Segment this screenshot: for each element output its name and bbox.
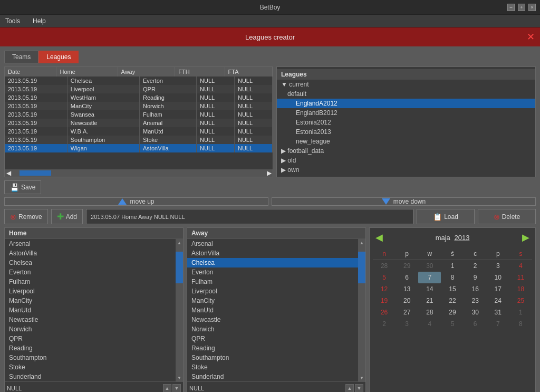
- list-item[interactable]: Everton: [5, 267, 176, 277]
- list-item[interactable]: Fulham: [5, 277, 176, 286]
- table-row[interactable]: 2013.05.19NewcastleArsenalNULLNULL: [5, 119, 273, 127]
- remove-button[interactable]: ⊗ Remove: [4, 209, 48, 224]
- cal-day[interactable]: 26: [373, 307, 396, 318]
- cal-day[interactable]: 17: [487, 283, 509, 295]
- table-row[interactable]: 2013.05.19LiverpoolQPRNULLNULL: [5, 85, 273, 93]
- cal-day[interactable]: 28: [373, 260, 396, 272]
- cal-day[interactable]: 2: [373, 318, 396, 330]
- list-item[interactable]: QPR: [187, 334, 358, 343]
- cal-day[interactable]: 30: [418, 260, 441, 272]
- away-footer-arrow-up[interactable]: ▲: [345, 384, 354, 393]
- away-list-items[interactable]: ArsenalAstonVillaChelseaEvertonFulhamLiv…: [187, 239, 358, 381]
- list-item[interactable]: Stoke: [187, 362, 358, 372]
- home-list-items[interactable]: ArsenalAstonVillaChelseaEvertonFulhamLiv…: [5, 239, 176, 381]
- cal-day[interactable]: 30: [464, 307, 487, 318]
- maximize-button[interactable]: +: [518, 4, 525, 11]
- move-down-button[interactable]: move down: [272, 197, 536, 206]
- tree-item[interactable]: ▶ old: [277, 156, 535, 165]
- table-row[interactable]: 2013.05.19ManCityNorwichNULLNULL: [5, 102, 273, 110]
- away-scroll-down[interactable]: ▼: [358, 374, 365, 381]
- cal-day[interactable]: 29: [396, 260, 418, 272]
- cal-day[interactable]: 24: [487, 295, 509, 307]
- calendar-prev-button[interactable]: ◀: [373, 231, 385, 244]
- cal-day[interactable]: 27: [396, 307, 418, 318]
- scroll-left-btn[interactable]: ◀: [5, 169, 12, 177]
- list-item[interactable]: Fulham: [187, 277, 358, 286]
- tab-leagues[interactable]: Leagues: [38, 51, 79, 63]
- cal-day[interactable]: 2: [464, 260, 487, 272]
- tree-item[interactable]: ▶ own: [277, 165, 535, 175]
- table-scroll[interactable]: 2013.05.19ChelseaEvertonNULLNULL2013.05.…: [5, 77, 273, 169]
- cal-day[interactable]: 15: [441, 283, 464, 295]
- tree-item[interactable]: Estonia2013: [277, 127, 535, 137]
- list-item[interactable]: Southampton: [187, 353, 358, 362]
- cal-day[interactable]: 7: [418, 272, 441, 283]
- cal-day[interactable]: 22: [441, 295, 464, 307]
- save-button[interactable]: 💾 Save: [4, 180, 41, 194]
- list-item[interactable]: AstonVilla: [5, 248, 176, 258]
- cal-day[interactable]: 12: [373, 283, 396, 295]
- load-button[interactable]: 📋 Load: [417, 209, 475, 224]
- add-button[interactable]: ✚ Add: [51, 209, 83, 224]
- leagues-close-icon[interactable]: ✕: [527, 31, 535, 43]
- table-row[interactable]: 2013.05.19WestHamReadingNULLNULL: [5, 93, 273, 102]
- list-item[interactable]: Stoke: [5, 362, 176, 372]
- cal-day[interactable]: 4: [418, 318, 441, 330]
- away-footer-arrow-down[interactable]: ▼: [355, 384, 363, 393]
- table-row[interactable]: 2013.05.19ChelseaEvertonNULLNULL: [5, 77, 273, 85]
- list-item[interactable]: Southampton: [5, 353, 176, 362]
- cal-day[interactable]: 1: [509, 307, 532, 318]
- tree-item[interactable]: EnglandA2012: [277, 99, 535, 108]
- menu-help[interactable]: Help: [31, 16, 48, 26]
- cal-day[interactable]: 5: [441, 318, 464, 330]
- list-item[interactable]: Sunderland: [5, 372, 176, 381]
- list-item[interactable]: Sunderland: [187, 372, 358, 381]
- cal-day[interactable]: 6: [396, 272, 418, 283]
- tree-item[interactable]: ▶ football_data: [277, 146, 535, 156]
- cal-day[interactable]: 31: [487, 307, 509, 318]
- cal-day[interactable]: 3: [487, 260, 509, 272]
- scroll-right-btn[interactable]: ▶: [265, 169, 273, 177]
- cal-day[interactable]: 23: [464, 295, 487, 307]
- home-footer-arrow-up[interactable]: ▲: [163, 384, 171, 393]
- menu-tools[interactable]: Tools: [3, 16, 22, 26]
- calendar-next-button[interactable]: ▶: [519, 231, 532, 244]
- delete-button[interactable]: ⊗ Delete: [478, 209, 536, 224]
- list-item[interactable]: Reading: [187, 343, 358, 353]
- home-scroll-up[interactable]: ▲: [176, 239, 183, 246]
- table-row[interactable]: 2013.05.19WiganAstonVillaNULLNULL: [5, 144, 273, 152]
- list-item[interactable]: QPR: [5, 334, 176, 343]
- tree-item[interactable]: ▼ current: [277, 80, 535, 89]
- list-item[interactable]: Liverpool: [187, 286, 358, 296]
- list-item[interactable]: Arsenal: [5, 239, 176, 248]
- list-item[interactable]: Everton: [187, 267, 358, 277]
- away-scroll-up[interactable]: ▲: [358, 239, 365, 246]
- cal-day[interactable]: 5: [373, 272, 396, 283]
- list-item[interactable]: Reading: [5, 343, 176, 353]
- list-item[interactable]: Liverpool: [5, 286, 176, 296]
- home-footer-arrow-down[interactable]: ▼: [172, 384, 181, 393]
- cal-day[interactable]: 10: [487, 272, 509, 283]
- list-item[interactable]: ManUtd: [5, 305, 176, 315]
- cal-day[interactable]: 8: [509, 318, 532, 330]
- list-item[interactable]: AstonVilla: [187, 248, 358, 258]
- cal-day[interactable]: 1: [441, 260, 464, 272]
- list-item[interactable]: Newcastle: [5, 315, 176, 324]
- cal-day[interactable]: 6: [464, 318, 487, 330]
- tree-item[interactable]: default: [277, 89, 535, 99]
- cal-day[interactable]: 9: [464, 272, 487, 283]
- list-item[interactable]: Newcastle: [187, 315, 358, 324]
- list-item[interactable]: ManCity: [5, 296, 176, 305]
- cal-day[interactable]: 18: [509, 283, 532, 295]
- list-item[interactable]: Arsenal: [187, 239, 358, 248]
- cal-day[interactable]: 29: [441, 307, 464, 318]
- list-item[interactable]: ManCity: [187, 296, 358, 305]
- tree-item[interactable]: EnglandB2012: [277, 108, 535, 118]
- cal-day[interactable]: 3: [396, 318, 418, 330]
- move-up-button[interactable]: move up: [4, 197, 268, 206]
- cal-day[interactable]: 25: [509, 295, 532, 307]
- horizontal-scrollbar[interactable]: ◀ ▶: [5, 169, 273, 177]
- table-row[interactable]: 2013.05.19SouthamptonStokeNULLNULL: [5, 136, 273, 144]
- tree-item[interactable]: Estonia2012: [277, 118, 535, 127]
- cal-day[interactable]: 13: [396, 283, 418, 295]
